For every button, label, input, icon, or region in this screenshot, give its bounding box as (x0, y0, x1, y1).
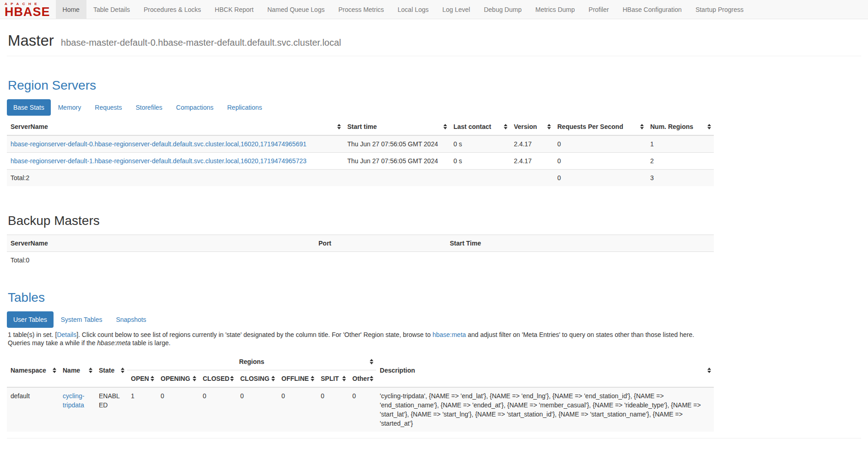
nav-item-metrics-dump[interactable]: Metrics Dump (528, 0, 582, 19)
page-title: Master hbase-master-default-0.hbase-mast… (8, 32, 861, 49)
details-link[interactable]: Details (57, 331, 76, 338)
open-count-cell[interactable]: 1 (127, 387, 157, 432)
col-header-regions-group[interactable]: Regions (127, 353, 376, 370)
offline-count-cell: 0 (278, 387, 317, 432)
table-row: default cycling-tripdata ENABLED 1 0 0 0… (7, 387, 714, 432)
empty-cell (344, 170, 450, 187)
version-cell: 2.4.17 (510, 153, 554, 170)
tab-compactions[interactable]: Compactions (170, 99, 220, 116)
logo-hbase-text: HBASE (5, 7, 50, 17)
sort-icon (89, 368, 92, 373)
tab-storefiles[interactable]: Storefiles (129, 99, 168, 116)
tables-heading: Tables (8, 290, 861, 305)
col-header-start-time[interactable]: Start time (344, 118, 450, 135)
table-row: hbase-regionserver-default-0.hbase-regio… (7, 135, 714, 153)
nav-item-hbck-report[interactable]: HBCK Report (208, 0, 260, 19)
total-requests-per-second: 0 (554, 170, 647, 187)
nav-item-process-metrics[interactable]: Process Metrics (331, 0, 391, 19)
opening-count-cell: 0 (157, 387, 199, 432)
num-regions-cell: 1 (647, 135, 714, 153)
requests-per-second-cell: 0 (554, 153, 647, 170)
empty-cell (315, 252, 446, 269)
sort-icon (707, 124, 711, 129)
description-cell: 'cycling-tripdata', {NAME => 'end_lat'},… (376, 387, 714, 432)
tab-snapshots[interactable]: Snapshots (109, 311, 152, 328)
table-name-link[interactable]: cycling-tripdata (63, 392, 84, 409)
col-header-state[interactable]: State (95, 353, 127, 387)
nav-item-debug-dump[interactable]: Debug Dump (477, 0, 528, 19)
sort-icon (504, 124, 507, 129)
col-header-port[interactable]: Port (315, 235, 446, 252)
state-cell: ENABLED (95, 387, 127, 432)
sort-icon (342, 376, 346, 381)
col-header-closed[interactable]: CLOSED (199, 370, 237, 388)
col-header-requests-per-second[interactable]: Requests Per Second (554, 118, 647, 135)
tab-user-tables[interactable]: User Tables (7, 311, 54, 328)
nav-item-named-queue-logs[interactable]: Named Queue Logs (260, 0, 331, 19)
sort-icon (121, 368, 124, 373)
empty-cell (446, 252, 714, 269)
col-header-servername[interactable]: ServerName (7, 118, 344, 135)
col-header-start-time[interactable]: Start Time (446, 235, 714, 252)
col-header-last-contact[interactable]: Last contact (450, 118, 510, 135)
nav-item-table-details[interactable]: Table Details (86, 0, 137, 19)
tables-note: 1 table(s) in set. [Details]. Click coun… (8, 331, 715, 347)
total-num-regions: 3 (647, 170, 714, 187)
col-header-other[interactable]: Other (349, 370, 376, 388)
tab-system-tables[interactable]: System Tables (54, 311, 109, 328)
sort-icon (370, 359, 373, 364)
empty-cell (510, 170, 554, 187)
last-contact-cell: 0 s (450, 153, 510, 170)
total-row: Total:0 (7, 252, 714, 269)
nav-item-hbase-configuration[interactable]: HBase Configuration (616, 0, 689, 19)
col-header-opening[interactable]: OPENING (157, 370, 199, 388)
col-header-servername[interactable]: ServerName (7, 235, 315, 252)
tab-memory[interactable]: Memory (52, 99, 88, 116)
start-time-cell: Thu Jun 27 07:56:05 GMT 2024 (344, 153, 450, 170)
col-header-num-regions[interactable]: Num. Regions (647, 118, 714, 135)
tab-replications[interactable]: Replications (221, 99, 268, 116)
nav-item-log-level[interactable]: Log Level (436, 0, 477, 19)
col-header-offline[interactable]: OFFLINE (278, 370, 317, 388)
sort-icon (53, 368, 56, 373)
namespace-cell: default (7, 387, 59, 432)
nav-item-home[interactable]: Home (56, 0, 86, 19)
sort-icon (547, 124, 551, 129)
requests-per-second-cell: 0 (554, 135, 647, 153)
total-row: Total:2 0 3 (7, 170, 714, 187)
tab-requests[interactable]: Requests (88, 99, 128, 116)
col-header-open[interactable]: OPEN (127, 370, 157, 388)
hbase-meta-link[interactable]: hbase:meta (432, 331, 466, 338)
col-header-namespace[interactable]: Namespace (7, 353, 59, 387)
split-count-cell: 0 (317, 387, 349, 432)
nav-item-profiler[interactable]: Profiler (582, 0, 615, 19)
closing-count-cell: 0 (237, 387, 278, 432)
col-header-name[interactable]: Name (59, 353, 95, 387)
col-header-closing[interactable]: CLOSING (237, 370, 278, 388)
col-header-split[interactable]: SPLIT (317, 370, 349, 388)
start-time-cell: Thu Jun 27 07:56:05 GMT 2024 (344, 135, 450, 153)
backup-masters-heading: Backup Masters (8, 214, 861, 228)
sort-icon (707, 368, 711, 373)
num-regions-cell: 2 (647, 153, 714, 170)
hbase-meta-italic: hbase:meta (97, 339, 130, 347)
hbase-logo[interactable]: APACHE HBASE (0, 0, 56, 19)
tab-base-stats[interactable]: Base Stats (7, 99, 51, 116)
sort-icon (337, 124, 341, 129)
master-title: Master (8, 32, 54, 49)
sort-icon (193, 376, 196, 381)
col-header-description[interactable]: Description (376, 353, 714, 387)
nav-item-local-logs[interactable]: Local Logs (391, 0, 436, 19)
regionserver-link[interactable]: hbase-regionserver-default-0.hbase-regio… (11, 140, 307, 148)
regionserver-link[interactable]: hbase-regionserver-default-1.hbase-regio… (11, 157, 307, 165)
table-row: hbase-regionserver-default-1.hbase-regio… (7, 153, 714, 170)
table-header-row: Namespace Name State Regions Description (7, 353, 714, 370)
total-label: Total:0 (7, 252, 315, 269)
nav-item-procedures-locks[interactable]: Procedures & Locks (137, 0, 208, 19)
bottom-divider (7, 438, 861, 438)
table-header-row: ServerName Start time Last contact Versi… (7, 118, 714, 135)
col-header-version[interactable]: Version (510, 118, 554, 135)
last-contact-cell: 0 s (450, 135, 510, 153)
sort-icon (640, 124, 644, 129)
nav-item-startup-progress[interactable]: Startup Progress (689, 0, 750, 19)
